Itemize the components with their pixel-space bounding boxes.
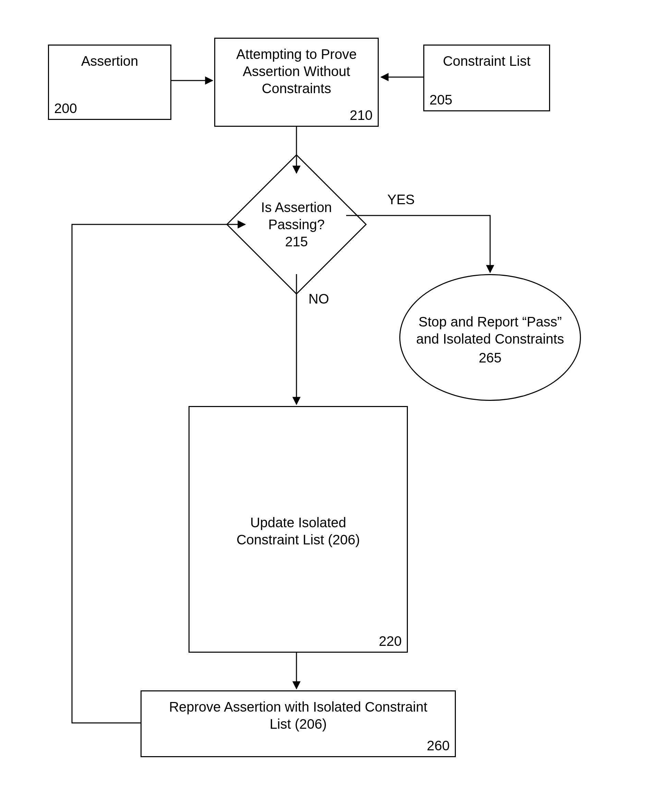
node-attempt-prove-ref: 210 <box>350 108 372 123</box>
node-constraint-list-ref: 205 <box>429 92 453 108</box>
node-decision-passing: Is Assertion Passing? 215 <box>247 175 346 274</box>
node-assertion: Assertion 200 <box>48 45 171 120</box>
node-stop-report-title: Stop and Report “Pass” and Isolated Cons… <box>407 313 573 347</box>
node-attempt-prove-title: Attempting to Prove Assertion Without Co… <box>224 45 369 97</box>
node-update-list: Update Isolated Constraint List (206) 22… <box>189 406 408 653</box>
node-stop-report-ref: 265 <box>479 350 502 365</box>
node-decision-passing-label: Is Assertion Passing? 215 <box>247 199 346 250</box>
node-reprove: Reprove Assertion with Isolated Constrai… <box>140 690 456 757</box>
edge-label-no: NO <box>309 291 329 307</box>
edge-label-yes: YES <box>387 192 415 207</box>
node-decision-title: Is Assertion Passing? <box>261 200 332 232</box>
node-decision-ref: 215 <box>285 234 308 249</box>
node-assertion-ref: 200 <box>54 101 77 116</box>
node-constraint-list: Constraint List 205 <box>423 45 550 111</box>
node-update-list-ref: 220 <box>379 634 402 649</box>
flowchart-canvas: Assertion 200 Attempting to Prove Assert… <box>0 0 668 812</box>
node-attempt-prove: Attempting to Prove Assertion Without Co… <box>214 38 379 127</box>
node-reprove-title: Reprove Assertion with Isolated Constrai… <box>168 698 428 732</box>
node-assertion-title: Assertion <box>81 52 139 70</box>
node-stop-report: Stop and Report “Pass” and Isolated Cons… <box>399 274 581 401</box>
node-update-list-title: Update Isolated Constraint List (206) <box>230 514 367 548</box>
node-constraint-list-title: Constraint List <box>443 52 531 70</box>
node-reprove-ref: 260 <box>427 738 450 754</box>
